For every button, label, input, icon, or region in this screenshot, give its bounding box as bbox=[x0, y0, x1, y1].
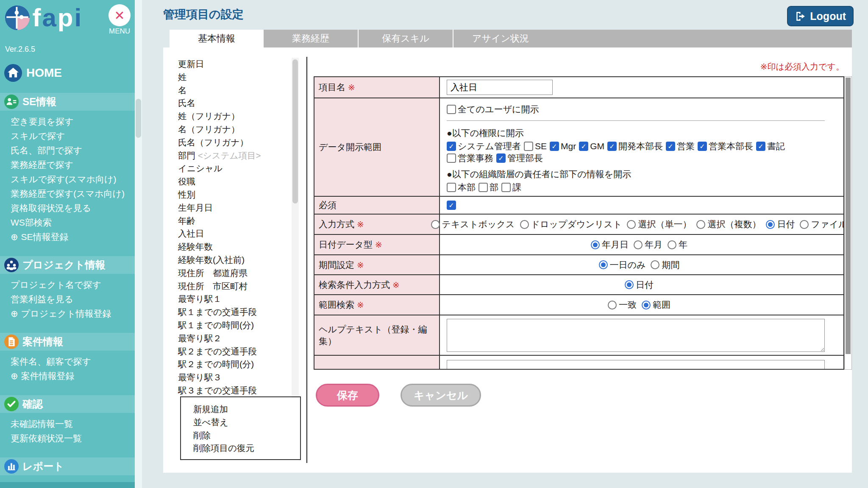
input-type-option[interactable]: 選択（単一） bbox=[627, 218, 691, 230]
form-scrollbar-thumb[interactable] bbox=[846, 78, 851, 354]
input-type-option[interactable]: ファイル bbox=[800, 218, 844, 230]
permission-option[interactable]: ✓営業事務 bbox=[447, 152, 493, 164]
radio-unselected-icon[interactable] bbox=[520, 220, 529, 229]
checkbox-unchecked-icon[interactable]: ✓ bbox=[524, 142, 533, 151]
field-list-item[interactable]: 役職 bbox=[178, 175, 287, 188]
range-search-option[interactable]: 一致 bbox=[608, 299, 637, 311]
sidebar-scrollbar-thumb[interactable] bbox=[136, 99, 141, 138]
permission-option[interactable]: ✓営業本部長 bbox=[698, 140, 753, 152]
radio-selected-icon[interactable] bbox=[599, 260, 608, 269]
field-list-item[interactable]: 経験年数 bbox=[178, 240, 287, 254]
field-list-item[interactable]: イニシャル bbox=[178, 162, 287, 175]
tab-1[interactable]: 業務経歴 bbox=[264, 30, 358, 47]
input-type-option[interactable]: 選択（複数） bbox=[696, 218, 761, 230]
action-item[interactable]: 並べ替え bbox=[193, 416, 300, 429]
sidebar-item[interactable]: プロジェクト名で探す bbox=[11, 278, 135, 292]
range-search-option[interactable]: 範囲 bbox=[642, 299, 670, 311]
checkbox-checked-icon[interactable]: ✓ bbox=[550, 142, 559, 151]
checkbox-checked-icon[interactable]: ✓ bbox=[447, 201, 456, 210]
field-list-scrollbar[interactable] bbox=[292, 58, 299, 398]
field-list-item[interactable]: 最寄り駅１ bbox=[178, 293, 287, 306]
radio-unselected-icon[interactable] bbox=[634, 240, 643, 249]
permission-option[interactable]: ✓書記 bbox=[756, 140, 785, 152]
sidebar-item[interactable]: ⊕SE情報登録 bbox=[11, 230, 135, 244]
field-list-item[interactable]: 生年月日 bbox=[178, 201, 287, 215]
permission-option[interactable]: ✓管理部長 bbox=[496, 152, 543, 164]
org-level-option[interactable]: ✓部 bbox=[479, 181, 498, 193]
cancel-button[interactable]: キャンセル bbox=[401, 384, 481, 407]
field-list-item[interactable]: 駅３までの交通手段 bbox=[178, 384, 287, 397]
sidebar-item[interactable]: スキルで探す bbox=[11, 129, 135, 143]
radio-unselected-icon[interactable] bbox=[431, 220, 440, 229]
sidebar-item-home[interactable]: HOME bbox=[0, 54, 135, 82]
radio-unselected-icon[interactable] bbox=[800, 220, 809, 229]
period-option[interactable]: 一日のみ bbox=[599, 259, 646, 271]
field-list-item[interactable]: 名 bbox=[178, 84, 287, 97]
logout-button[interactable]: Logout bbox=[787, 6, 854, 26]
input-type-option[interactable]: テキストボックス bbox=[431, 218, 515, 230]
permission-option[interactable]: ✓営業 bbox=[666, 140, 695, 152]
required-checkbox[interactable]: ✓ bbox=[447, 201, 461, 210]
radio-unselected-icon[interactable] bbox=[696, 220, 705, 229]
radio-unselected-icon[interactable] bbox=[668, 240, 676, 249]
field-list-item[interactable]: 現住所 市区町村 bbox=[178, 280, 287, 293]
form-scrollbar[interactable] bbox=[844, 76, 852, 370]
item-name-input[interactable] bbox=[447, 80, 553, 95]
field-list-item[interactable]: 入社日 bbox=[178, 227, 287, 240]
sidebar-section-header-2[interactable]: 案件情報 bbox=[0, 333, 135, 351]
sidebar-item[interactable]: 未確認情報一覧 bbox=[11, 417, 135, 431]
tab-0[interactable]: 基本情報 bbox=[170, 30, 264, 47]
field-list-item[interactable]: 駅１までの時間(分) bbox=[178, 319, 287, 332]
checkbox-checked-icon[interactable]: ✓ bbox=[447, 142, 456, 151]
permission-option[interactable]: ✓GM bbox=[579, 141, 604, 151]
field-list-item[interactable]: 氏名（フリガナ） bbox=[178, 136, 287, 149]
sidebar-item[interactable]: 業務経歴で探す(スマホ向け) bbox=[11, 187, 135, 201]
field-list-item[interactable]: 氏名 bbox=[178, 97, 287, 110]
sidebar-item[interactable]: ⊕プロジェクト情報登録 bbox=[11, 307, 135, 321]
sidebar-scrollbar[interactable] bbox=[135, 0, 142, 488]
field-list-scrollbar-thumb[interactable] bbox=[292, 59, 298, 204]
checkbox-unchecked-icon[interactable]: ✓ bbox=[501, 183, 511, 192]
date-type-option[interactable]: 年月日 bbox=[591, 239, 629, 251]
sidebar-item[interactable]: 空き要員を探す bbox=[11, 114, 135, 129]
tab-3[interactable]: アサイン状況 bbox=[453, 30, 548, 47]
sidebar-item[interactable]: ⊕案件情報登録 bbox=[11, 369, 135, 383]
sidebar-item[interactable]: 業務経歴で探す bbox=[11, 158, 135, 172]
required-option[interactable]: ✓ bbox=[447, 201, 458, 210]
action-item[interactable]: 削除 bbox=[193, 429, 300, 442]
checkbox-checked-icon[interactable]: ✓ bbox=[756, 142, 765, 151]
help-edit-textarea[interactable] bbox=[447, 319, 825, 352]
sidebar-section-header-4[interactable]: レポート bbox=[0, 457, 135, 475]
checkbox-checked-icon[interactable]: ✓ bbox=[698, 142, 707, 151]
field-list-item[interactable]: 経験年数(入社前) bbox=[178, 254, 287, 267]
checkbox-checked-icon[interactable]: ✓ bbox=[666, 142, 675, 151]
field-list-item[interactable]: 最寄り駅２ bbox=[178, 332, 287, 345]
radio-unselected-icon[interactable] bbox=[608, 301, 617, 310]
radio-unselected-icon[interactable] bbox=[627, 220, 636, 229]
field-list-item[interactable]: 現住所 都道府県 bbox=[178, 267, 287, 280]
field-list-item[interactable]: 駅２までの時間(分) bbox=[178, 358, 287, 371]
field-list-item[interactable]: 駅２までの交通手段 bbox=[178, 345, 287, 358]
sidebar-item[interactable]: 営業利益を見る bbox=[11, 292, 135, 307]
sidebar-item[interactable]: 資格取得状況を見る bbox=[11, 201, 135, 215]
field-list-item[interactable]: 名（フリガナ） bbox=[178, 123, 287, 136]
permission-option[interactable]: ✓開発本部長 bbox=[607, 140, 663, 152]
checkbox-unchecked-icon[interactable]: ✓ bbox=[447, 153, 456, 163]
sidebar-item[interactable]: スキルで探す(スマホ向け) bbox=[11, 172, 135, 187]
input-type-option[interactable]: 日付 bbox=[766, 218, 795, 230]
sidebar-item[interactable]: 氏名、部門で探す bbox=[11, 143, 135, 158]
org-level-option[interactable]: ✓本部 bbox=[447, 181, 476, 193]
permission-option[interactable]: ✓SE bbox=[524, 141, 547, 151]
sidebar-section-header-0[interactable]: SE情報 bbox=[0, 93, 135, 111]
org-level-option[interactable]: ✓課 bbox=[501, 181, 521, 193]
all-users-option[interactable]: ✓全てのユーザに開示 bbox=[447, 103, 539, 115]
checkbox-checked-icon[interactable]: ✓ bbox=[607, 142, 617, 151]
field-list-item[interactable]: 駅１までの交通手段 bbox=[178, 306, 287, 319]
date-type-option[interactable]: 年 bbox=[668, 239, 687, 251]
permission-option[interactable]: ✓Mgr bbox=[550, 141, 576, 151]
field-list-item[interactable]: 性別 bbox=[178, 188, 287, 201]
all-users-checkbox[interactable]: ✓全てのユーザに開示 bbox=[447, 103, 542, 115]
sidebar-section-header-3[interactable]: 確認 bbox=[0, 395, 135, 413]
field-list-item[interactable]: 部門 <システム項目> bbox=[178, 149, 287, 162]
field-list-item[interactable]: 姓（フリガナ） bbox=[178, 110, 287, 123]
